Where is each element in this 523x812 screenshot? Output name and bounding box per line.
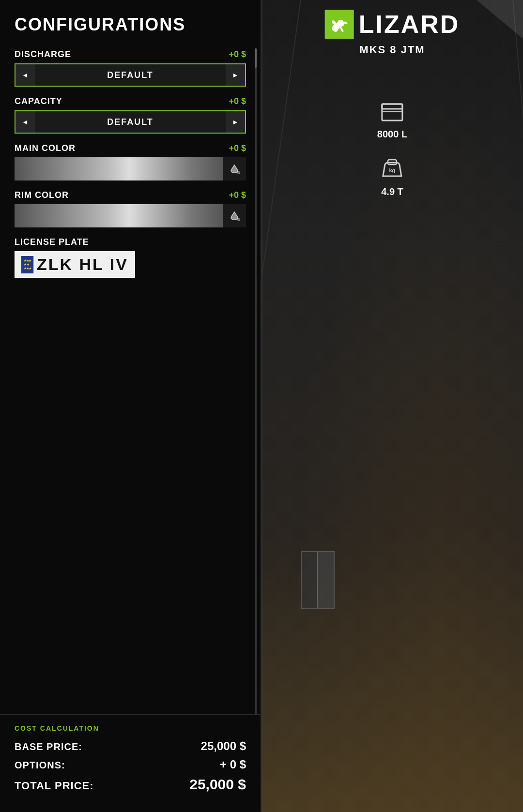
license-plate-label: LICENSE PLATE xyxy=(15,237,89,247)
left-panel: CONFIGURATIONS DISCHARGE +0 $ ◄ DEFAULT … xyxy=(0,0,262,812)
scrollbar-thumb[interactable] xyxy=(255,48,257,68)
total-price-label: TOTAL PRICE: xyxy=(15,780,94,792)
discharge-arrow-left[interactable]: ◄ xyxy=(15,64,35,86)
game-background: LIZARD MKS 8 JTM 8000 L xyxy=(262,0,523,812)
capacity-stat: 8000 L xyxy=(377,97,407,140)
lizard-svg xyxy=(328,13,351,35)
license-plate[interactable]: ★★★★ ★★★★ ZLK HL IV xyxy=(15,251,135,278)
weight-icon: kg xyxy=(378,154,407,183)
main-color-section: MAIN COLOR +0 $ xyxy=(15,143,246,180)
license-plate-section: LICENSE PLATE ★★★★ ★★★★ ZLK HL IV xyxy=(15,237,246,278)
rim-color-price: +0 $ xyxy=(229,190,246,200)
svg-text:kg: kg xyxy=(389,167,396,173)
discharge-label-row: DISCHARGE +0 $ xyxy=(15,49,246,60)
main-color-label: MAIN COLOR xyxy=(15,143,76,153)
capacity-arrow-right[interactable]: ► xyxy=(226,111,245,133)
capacity-stat-value: 8000 L xyxy=(377,129,407,140)
eu-flag-side: ★★★★ ★★★★ xyxy=(21,256,34,273)
cost-section-title: COST CALCULATION xyxy=(15,724,246,732)
capacity-section: CAPACITY +0 $ ◄ DEFAULT ► xyxy=(15,96,246,134)
main-color-label-row: MAIN COLOR +0 $ xyxy=(15,143,246,153)
corner-shape xyxy=(465,0,523,39)
discharge-selector[interactable]: ◄ DEFAULT ► xyxy=(15,63,246,87)
rim-color-label: RIM COLOR xyxy=(15,190,69,200)
discharge-value: DEFAULT xyxy=(35,70,226,80)
cost-section: COST CALCULATION BASE PRICE: 25,000 $ OP… xyxy=(0,714,261,812)
capacity-label: CAPACITY xyxy=(15,96,62,106)
weight-stat: kg 4.9 T xyxy=(378,154,407,197)
capacity-selector[interactable]: ◄ DEFAULT ► xyxy=(15,110,246,134)
svg-point-1 xyxy=(237,172,240,174)
total-price-row: TOTAL PRICE: 25,000 $ xyxy=(15,776,246,793)
paint-bucket-icon xyxy=(230,164,240,174)
discharge-section: DISCHARGE +0 $ ◄ DEFAULT ► xyxy=(15,49,246,87)
eu-stars: ★★★★ ★★★★ xyxy=(24,259,31,271)
capacity-label-row: CAPACITY +0 $ xyxy=(15,96,246,106)
base-price-label: BASE PRICE: xyxy=(15,741,82,752)
svg-rect-6 xyxy=(382,104,402,109)
license-plate-value[interactable]: ZLK HL IV xyxy=(37,255,128,274)
brand-logo: LIZARD xyxy=(325,10,460,39)
config-scroll-area: CONFIGURATIONS DISCHARGE +0 $ ◄ DEFAULT … xyxy=(0,0,261,714)
floor-overlay xyxy=(262,528,523,812)
main-color-price: +0 $ xyxy=(229,143,246,153)
container-icon xyxy=(378,97,407,126)
lizard-logo-icon xyxy=(325,10,354,39)
rim-color-selector[interactable] xyxy=(15,204,246,227)
svg-point-3 xyxy=(237,219,240,221)
rim-color-label-row: RIM COLOR +0 $ xyxy=(15,190,246,200)
rim-color-gradient xyxy=(15,204,223,227)
model-name-text: MKS 8 JTM xyxy=(359,44,425,56)
stats-panel: 8000 L kg 4.9 T xyxy=(377,97,407,197)
options-value: + 0 $ xyxy=(220,758,246,771)
base-price-value: 25,000 $ xyxy=(201,739,246,753)
discharge-arrow-right[interactable]: ► xyxy=(226,64,245,86)
main-color-selector[interactable] xyxy=(15,157,246,180)
rim-color-section: RIM COLOR +0 $ xyxy=(15,190,246,227)
options-row: OPTIONS: + 0 $ xyxy=(15,758,246,771)
options-label: OPTIONS: xyxy=(15,760,65,771)
total-price-value: 25,000 $ xyxy=(189,776,246,793)
base-price-row: BASE PRICE: 25,000 $ xyxy=(15,739,246,753)
capacity-arrow-left[interactable]: ◄ xyxy=(15,111,35,133)
paint-bucket-icon-rim xyxy=(230,211,240,221)
capacity-price: +0 $ xyxy=(229,96,246,106)
rim-color-picker-button[interactable] xyxy=(223,204,246,227)
brand-name-text: LIZARD xyxy=(359,10,460,39)
page-title: CONFIGURATIONS xyxy=(15,15,246,35)
right-panel: LIZARD MKS 8 JTM 8000 L xyxy=(262,0,523,812)
discharge-label: DISCHARGE xyxy=(15,49,71,60)
weight-stat-value: 4.9 T xyxy=(381,186,403,197)
discharge-price: +0 $ xyxy=(229,49,246,60)
license-plate-label-row: LICENSE PLATE xyxy=(15,237,246,247)
scrollbar[interactable] xyxy=(255,48,257,715)
main-color-picker-button[interactable] xyxy=(223,157,246,180)
capacity-value: DEFAULT xyxy=(35,117,226,127)
main-color-gradient xyxy=(15,157,223,180)
brand-panel: LIZARD MKS 8 JTM xyxy=(325,10,460,56)
